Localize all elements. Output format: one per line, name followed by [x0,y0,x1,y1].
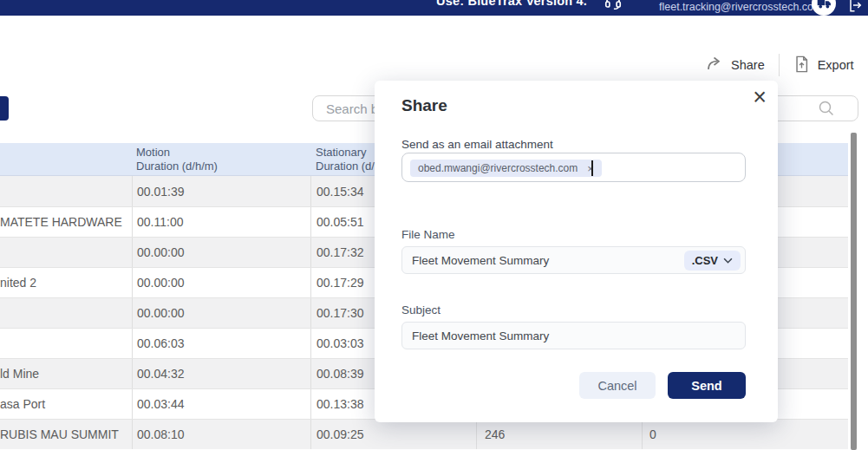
attachment-label: Send as an email attachment [401,138,553,151]
cell-motion: 00.08:10 [132,420,310,449]
top-navbar: Use: BlueTrax Version 4. fleet.tracking@… [0,0,868,16]
cell-stationary: 00.09:25 [310,420,476,449]
chevron-down-icon [723,258,733,264]
file-name-field-wrap: .CSV [401,246,746,274]
share-modal: Share × Send as an email attachment obed… [375,81,778,422]
cell-location: asa Port [0,389,132,419]
file-name-label: File Name [401,228,455,241]
vehicle-icon [817,0,832,9]
subject-input[interactable] [402,323,745,349]
cell-motion: 00.01:39 [132,176,310,206]
cell-location [0,298,132,328]
cell-motion: 00.11:00 [132,207,310,237]
share-label: Share [731,58,765,72]
file-extension-dropdown[interactable]: .CSV [684,251,741,271]
vertical-scrollbar[interactable] [851,133,857,450]
recipient-chip: obed.mwangi@rivercrosstech.com × [410,160,602,177]
modal-title: Share [401,96,447,115]
export-button[interactable]: Export [793,55,854,75]
search-icon[interactable] [817,99,836,121]
support-headset-icon[interactable] [604,0,623,15]
table-row[interactable]: RUBIS MAU SUMMIT 00.08:10 00.09:25 246 0 [0,419,848,449]
cell-col5: 0 [642,420,848,449]
avatar[interactable] [812,0,836,16]
file-extension-value: .CSV [692,254,718,267]
cell-motion: 00.00:00 [132,238,310,267]
share-button[interactable]: Share [706,55,765,75]
cell-motion: 00.03:44 [132,389,310,419]
cell-location [0,329,132,358]
modal-buttons: Cancel Send [579,372,746,399]
cell-location: ld Mine [0,359,132,388]
cell-location: nited 2 [0,268,132,297]
cell-location: RUBIS MAU SUMMIT [0,420,132,449]
cell-location: MATETE HARDWARE [0,207,132,237]
export-icon [793,55,810,75]
filter-button-partial[interactable] [0,96,9,121]
cell-motion: 00.00:00 [132,268,310,297]
cell-motion: 00.00:00 [132,298,310,328]
cell-col4: 246 [476,420,642,449]
send-button[interactable]: Send [668,372,746,399]
cell-location [0,176,132,206]
share-icon [706,55,723,75]
header-motion-duration: Motion Duration (d/h/m) [132,143,310,175]
cell-motion: 00.04:32 [132,359,310,388]
divider [779,54,780,76]
version-text: Use: BlueTrax Version 4. [436,0,587,8]
account-email: fleet.tracking@rivercrosstech.com [659,1,822,13]
logout-icon[interactable] [848,0,864,16]
recipients-input[interactable]: obed.mwangi@rivercrosstech.com × [401,153,746,182]
cell-motion: 00.06:03 [132,329,310,358]
subject-label: Subject [401,303,441,316]
close-icon[interactable]: × [753,82,767,112]
table-actions: Share Export [706,54,854,76]
text-cursor [591,160,593,176]
recipient-email: obed.mwangi@rivercrosstech.com [418,162,578,174]
export-label: Export [818,58,854,72]
cell-location [0,238,132,267]
cancel-button[interactable]: Cancel [579,372,656,399]
header-location [0,143,132,175]
subject-field-wrap [401,322,746,349]
